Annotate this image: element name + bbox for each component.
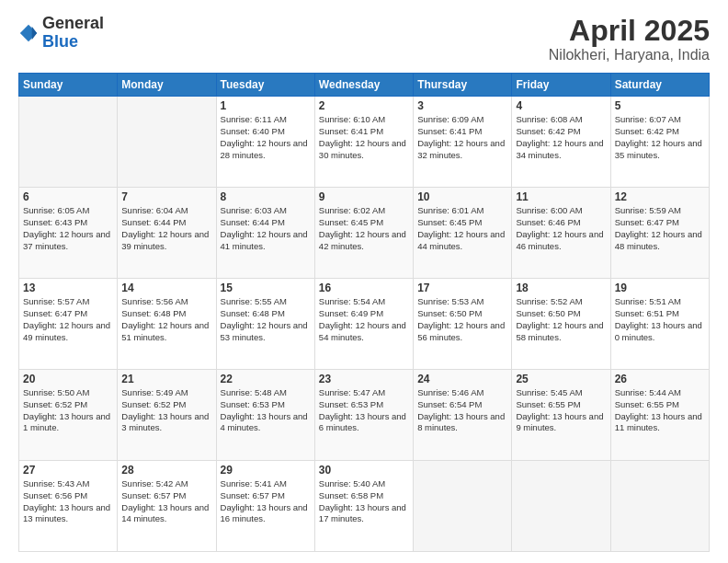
table-row: 22Sunrise: 5:48 AM Sunset: 6:53 PM Dayli… — [216, 370, 314, 461]
table-row: 23Sunrise: 5:47 AM Sunset: 6:53 PM Dayli… — [314, 370, 413, 461]
day-info: Sunrise: 5:41 AM Sunset: 6:57 PM Dayligh… — [221, 478, 311, 525]
day-number: 5 — [615, 99, 705, 112]
table-row: 2Sunrise: 6:10 AM Sunset: 6:41 PM Daylig… — [314, 97, 413, 188]
table-row: 20Sunrise: 5:50 AM Sunset: 6:52 PM Dayli… — [19, 370, 118, 461]
day-info: Sunrise: 5:51 AM Sunset: 6:51 PM Dayligh… — [615, 296, 705, 343]
calendar-header-row: Sunday Monday Tuesday Wednesday Thursday… — [19, 74, 710, 97]
day-number: 25 — [516, 373, 606, 385]
day-info: Sunrise: 6:09 AM Sunset: 6:41 PM Dayligh… — [417, 114, 507, 161]
day-number: 21 — [121, 373, 211, 385]
day-info: Sunrise: 6:00 AM Sunset: 6:46 PM Dayligh… — [516, 205, 606, 252]
day-number: 13 — [23, 282, 113, 294]
table-row: 19Sunrise: 5:51 AM Sunset: 6:51 PM Dayli… — [610, 279, 709, 370]
day-info: Sunrise: 5:53 AM Sunset: 6:50 PM Dayligh… — [417, 296, 507, 343]
day-info: Sunrise: 5:40 AM Sunset: 6:58 PM Dayligh… — [319, 478, 409, 525]
table-row: 17Sunrise: 5:53 AM Sunset: 6:50 PM Dayli… — [414, 279, 512, 370]
table-row: 11Sunrise: 6:00 AM Sunset: 6:46 PM Dayli… — [512, 188, 610, 279]
table-row: 9Sunrise: 6:02 AM Sunset: 6:45 PM Daylig… — [314, 188, 413, 279]
calendar-week-2: 6Sunrise: 6:05 AM Sunset: 6:43 PM Daylig… — [19, 188, 710, 279]
logo-icon — [18, 23, 39, 43]
day-number: 4 — [516, 99, 606, 112]
calendar-week-1: 1Sunrise: 6:11 AM Sunset: 6:40 PM Daylig… — [19, 97, 710, 188]
day-info: Sunrise: 6:02 AM Sunset: 6:45 PM Dayligh… — [319, 205, 409, 252]
table-row: 7Sunrise: 6:04 AM Sunset: 6:44 PM Daylig… — [118, 188, 216, 279]
header: General Blue April 2025 Nilokheri, Harya… — [18, 15, 710, 63]
day-info: Sunrise: 5:59 AM Sunset: 6:47 PM Dayligh… — [615, 205, 705, 252]
table-row — [414, 461, 512, 552]
table-row: 14Sunrise: 5:56 AM Sunset: 6:48 PM Dayli… — [118, 279, 216, 370]
col-thursday: Thursday — [414, 74, 512, 97]
day-number: 24 — [417, 373, 507, 385]
table-row: 18Sunrise: 5:52 AM Sunset: 6:50 PM Dayli… — [512, 279, 610, 370]
day-info: Sunrise: 5:43 AM Sunset: 6:56 PM Dayligh… — [23, 478, 113, 525]
day-info: Sunrise: 5:55 AM Sunset: 6:48 PM Dayligh… — [221, 296, 311, 343]
page-subtitle: Nilokheri, Haryana, India — [549, 47, 710, 63]
table-row: 6Sunrise: 6:05 AM Sunset: 6:43 PM Daylig… — [19, 188, 118, 279]
day-info: Sunrise: 5:45 AM Sunset: 6:55 PM Dayligh… — [516, 387, 606, 434]
table-row: 13Sunrise: 5:57 AM Sunset: 6:47 PM Dayli… — [19, 279, 118, 370]
table-row — [610, 461, 709, 552]
col-tuesday: Tuesday — [216, 74, 314, 97]
day-number: 11 — [516, 190, 606, 203]
table-row: 21Sunrise: 5:49 AM Sunset: 6:52 PM Dayli… — [118, 370, 216, 461]
day-number: 29 — [221, 464, 311, 477]
day-number: 19 — [615, 282, 705, 294]
table-row — [118, 97, 216, 188]
day-info: Sunrise: 6:08 AM Sunset: 6:42 PM Dayligh… — [516, 114, 606, 161]
calendar-week-3: 13Sunrise: 5:57 AM Sunset: 6:47 PM Dayli… — [19, 279, 710, 370]
logo-blue-text: Blue — [42, 32, 78, 51]
table-row: 30Sunrise: 5:40 AM Sunset: 6:58 PM Dayli… — [314, 461, 413, 552]
day-number: 6 — [23, 190, 113, 203]
table-row: 12Sunrise: 5:59 AM Sunset: 6:47 PM Dayli… — [610, 188, 709, 279]
logo-general-text: General — [42, 14, 104, 32]
calendar-week-4: 20Sunrise: 5:50 AM Sunset: 6:52 PM Dayli… — [19, 370, 710, 461]
day-number: 12 — [615, 190, 705, 203]
day-number: 7 — [121, 190, 211, 203]
day-info: Sunrise: 6:03 AM Sunset: 6:44 PM Dayligh… — [221, 205, 311, 252]
day-info: Sunrise: 5:56 AM Sunset: 6:48 PM Dayligh… — [121, 296, 211, 343]
day-info: Sunrise: 6:04 AM Sunset: 6:44 PM Dayligh… — [121, 205, 211, 252]
day-number: 2 — [319, 99, 409, 112]
day-number: 16 — [319, 282, 409, 294]
table-row: 15Sunrise: 5:55 AM Sunset: 6:48 PM Dayli… — [216, 279, 314, 370]
table-row: 5Sunrise: 6:07 AM Sunset: 6:42 PM Daylig… — [610, 97, 709, 188]
table-row: 25Sunrise: 5:45 AM Sunset: 6:55 PM Dayli… — [512, 370, 610, 461]
title-block: April 2025 Nilokheri, Haryana, India — [549, 15, 710, 63]
page-title: April 2025 — [549, 15, 710, 47]
col-wednesday: Wednesday — [314, 74, 413, 97]
day-number: 1 — [221, 99, 311, 112]
table-row — [19, 97, 118, 188]
day-number: 3 — [417, 99, 507, 112]
day-info: Sunrise: 6:05 AM Sunset: 6:43 PM Dayligh… — [23, 205, 113, 252]
col-monday: Monday — [118, 74, 216, 97]
col-sunday: Sunday — [19, 74, 118, 97]
col-friday: Friday — [512, 74, 610, 97]
day-info: Sunrise: 5:46 AM Sunset: 6:54 PM Dayligh… — [417, 387, 507, 434]
table-row: 29Sunrise: 5:41 AM Sunset: 6:57 PM Dayli… — [216, 461, 314, 552]
day-number: 28 — [121, 464, 211, 477]
day-number: 20 — [23, 373, 113, 385]
calendar-table: Sunday Monday Tuesday Wednesday Thursday… — [18, 73, 710, 552]
day-number: 26 — [615, 373, 705, 385]
logo: General Blue — [18, 15, 104, 52]
table-row: 3Sunrise: 6:09 AM Sunset: 6:41 PM Daylig… — [414, 97, 512, 188]
table-row: 16Sunrise: 5:54 AM Sunset: 6:49 PM Dayli… — [314, 279, 413, 370]
day-number: 30 — [319, 464, 409, 477]
day-number: 17 — [417, 282, 507, 294]
day-info: Sunrise: 6:11 AM Sunset: 6:40 PM Dayligh… — [221, 114, 311, 161]
day-info: Sunrise: 6:07 AM Sunset: 6:42 PM Dayligh… — [615, 114, 705, 161]
table-row: 28Sunrise: 5:42 AM Sunset: 6:57 PM Dayli… — [118, 461, 216, 552]
day-number: 15 — [221, 282, 311, 294]
day-info: Sunrise: 6:01 AM Sunset: 6:45 PM Dayligh… — [417, 205, 507, 252]
day-info: Sunrise: 5:47 AM Sunset: 6:53 PM Dayligh… — [319, 387, 409, 434]
svg-marker-1 — [32, 26, 37, 40]
day-number: 9 — [319, 190, 409, 203]
col-saturday: Saturday — [610, 74, 709, 97]
day-number: 22 — [221, 373, 311, 385]
table-row: 4Sunrise: 6:08 AM Sunset: 6:42 PM Daylig… — [512, 97, 610, 188]
day-info: Sunrise: 5:50 AM Sunset: 6:52 PM Dayligh… — [23, 387, 113, 434]
page: General Blue April 2025 Nilokheri, Harya… — [0, 0, 728, 563]
day-info: Sunrise: 5:44 AM Sunset: 6:55 PM Dayligh… — [615, 387, 705, 434]
table-row: 10Sunrise: 6:01 AM Sunset: 6:45 PM Dayli… — [414, 188, 512, 279]
table-row: 8Sunrise: 6:03 AM Sunset: 6:44 PM Daylig… — [216, 188, 314, 279]
